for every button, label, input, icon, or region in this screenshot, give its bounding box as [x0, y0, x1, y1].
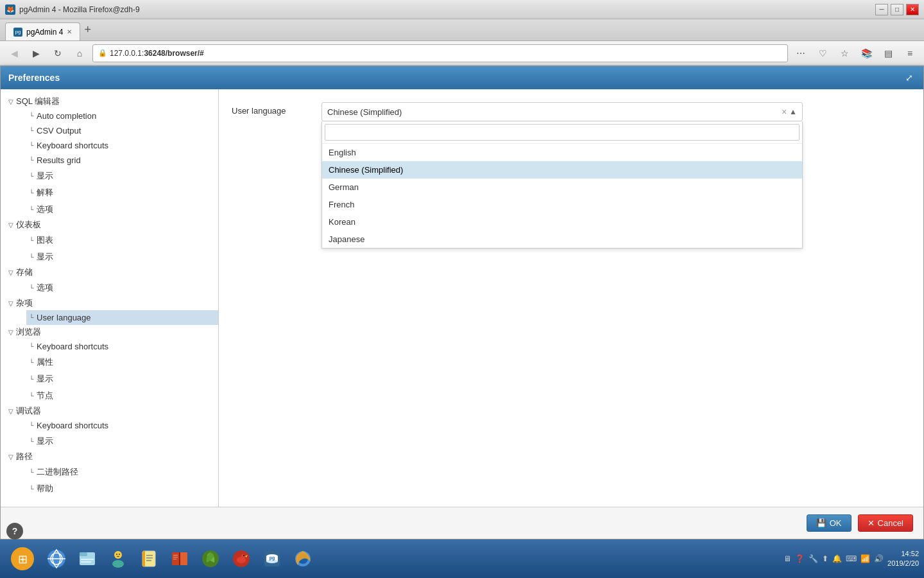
address-bar[interactable]: 🔒 127.0.0.1:36248/browser/# [92, 44, 788, 62]
spacer2: └ [26, 126, 37, 136]
display-dashboard-label: 显示 [37, 250, 53, 264]
tree-item-user-language[interactable]: └ User language [26, 310, 218, 325]
tree-item-display-sql[interactable]: └ 显示 [26, 168, 218, 184]
results-grid-label: Results grid [37, 154, 81, 166]
cancel-icon: ✕ [868, 518, 875, 528]
tab-pgadmin-icon: pg [13, 28, 22, 37]
tray-icon-5: 🔔 [832, 554, 842, 563]
tree-section-debugger: ▽ 调试器 └ Keyboard shortcuts └ 显示 [1, 404, 218, 450]
new-tab-button[interactable]: + [80, 23, 95, 37]
tree-item-explain[interactable]: └ 解释 [26, 184, 218, 201]
tree-item-display-dashboard[interactable]: └ 显示 [26, 249, 218, 265]
reload-button[interactable]: ↻ [49, 44, 67, 62]
svg-rect-20 [179, 552, 180, 565]
tree-item-storage[interactable]: ▽ 存储 [6, 265, 218, 279]
language-select-display[interactable]: Chinese (Simplified) × ▲ [321, 102, 803, 121]
tree-item-keyboard-shortcuts-browser[interactable]: └ Keyboard shortcuts [26, 339, 218, 354]
tray-icon-4: ⬆ [822, 554, 828, 563]
dialog-close-button[interactable]: ⤢ [903, 71, 916, 84]
tree-section-path: ▽ 路径 └ 二进制路径 └ 帮助 [1, 450, 218, 497]
taskbar-notebook-icon[interactable] [135, 545, 163, 573]
taskbar-bird-icon[interactable] [227, 545, 255, 573]
sidebar-button[interactable]: ▤ [879, 44, 897, 62]
display-browser-label: 显示 [37, 372, 53, 386]
tree-item-dashboard[interactable]: ▽ 仪表板 [6, 218, 218, 232]
tree-item-debugger[interactable]: ▽ 调试器 [6, 404, 218, 418]
taskbar-browser-icon[interactable] [42, 545, 71, 573]
tree-item-options-sql[interactable]: └ 选项 [26, 201, 218, 218]
option-japanese[interactable]: Japanese [322, 231, 802, 248]
taskbar-database-icon[interactable]: pg [258, 545, 286, 573]
tree-item-charts[interactable]: └ 图表 [26, 232, 218, 249]
spacer12: └ [26, 342, 37, 352]
close-window-button[interactable]: ✕ [906, 4, 919, 15]
address-host: 127.0.0.1: [110, 49, 144, 58]
taskbar-files-icon[interactable] [73, 545, 101, 573]
home-button[interactable]: ⌂ [71, 44, 89, 62]
cancel-button[interactable]: ✕ Cancel [858, 514, 913, 532]
forward-button[interactable]: ▶ [27, 44, 45, 62]
taskbar-character-icon[interactable] [104, 545, 132, 573]
spacer8: └ [26, 235, 37, 245]
tree-item-sql-editor[interactable]: ▽ SQL 编辑器 [6, 94, 218, 109]
select-clear-button[interactable]: × [782, 107, 787, 117]
tree-item-auto-completion[interactable]: └ Auto completion [26, 109, 218, 123]
toggle-path: ▽ [6, 451, 16, 462]
tree-item-help[interactable]: └ 帮助 [26, 480, 218, 497]
tray-icon-1: 🖥 [783, 554, 791, 563]
tab-close-button[interactable]: ✕ [67, 28, 72, 35]
tree-item-display-browser[interactable]: └ 显示 [26, 371, 218, 387]
tree-item-misc[interactable]: ▽ 杂项 [6, 296, 218, 310]
tree-item-csv-output[interactable]: └ CSV Output [26, 123, 218, 138]
option-french[interactable]: French [322, 196, 802, 213]
taskbar-leaf-icon[interactable] [196, 545, 225, 573]
option-english[interactable]: English [322, 144, 802, 161]
svg-rect-19 [180, 552, 187, 565]
user-language-field-row: User language Chinese (Simplified) × ▲ [232, 102, 911, 121]
maximize-button[interactable]: □ [891, 4, 903, 15]
option-korean[interactable]: Korean [322, 213, 802, 231]
tree-item-properties[interactable]: └ 属性 [26, 354, 218, 371]
spacer: └ [26, 111, 37, 121]
spacer9: └ [26, 252, 37, 262]
taskbar-firefox-icon[interactable] [289, 545, 317, 573]
tree-item-browser-section[interactable]: ▽ 浏览器 [6, 325, 218, 339]
properties-label: 属性 [37, 355, 53, 369]
ok-button[interactable]: 💾 OK [807, 514, 851, 532]
more-button[interactable]: ⋯ [792, 44, 810, 62]
keyboard-shortcuts-debugger-label: Keyboard shortcuts [37, 419, 108, 432]
option-german[interactable]: German [322, 179, 802, 196]
tree-item-options-storage[interactable]: └ 选项 [26, 279, 218, 296]
option-chinese-simplified[interactable]: Chinese (Simplified) [322, 161, 802, 179]
taskbar-book-icon[interactable] [166, 545, 194, 573]
tree-item-path[interactable]: ▽ 路径 [6, 450, 218, 464]
back-button[interactable]: ◀ [5, 44, 23, 62]
lock-icon: 🔒 [98, 49, 107, 57]
library-button[interactable]: 📚 [857, 44, 875, 62]
minimize-button[interactable]: ─ [875, 4, 888, 15]
tree-item-keyboard-shortcuts-debugger[interactable]: └ Keyboard shortcuts [26, 418, 218, 433]
tree-item-display-debugger[interactable]: └ 显示 [26, 433, 218, 450]
help-button[interactable]: ? [6, 523, 23, 539]
tree-item-nodes[interactable]: └ 节点 [26, 387, 218, 404]
tray-date-value: 2019/2/20 [887, 559, 919, 568]
pocket-button[interactable]: ♡ [814, 44, 832, 62]
tree-item-binary-path[interactable]: └ 二进制路径 [26, 464, 218, 480]
tab-label: pgAdmin 4 [26, 28, 63, 37]
tray-icon-volume: 🔊 [874, 554, 884, 563]
language-dropdown-panel: English Chinese (Simplified) German Fren… [321, 121, 803, 249]
start-button[interactable]: ⊞ [5, 545, 40, 573]
bookmark-button[interactable]: ☆ [835, 44, 853, 62]
dropdown-search-input[interactable] [325, 124, 800, 141]
menu-button[interactable]: ≡ [901, 44, 919, 62]
taskbar-tray: 🖥 ❓ 🔧 ⬆ 🔔 ⌨ 📶 🔊 14:52 2019/2/20 [783, 549, 919, 569]
dashboard-children: └ 图表 └ 显示 [6, 232, 218, 265]
active-tab[interactable]: pg pgAdmin 4 ✕ [5, 22, 80, 40]
explain-label: 解释 [37, 186, 53, 200]
tree-item-results-grid[interactable]: └ Results grid [26, 153, 218, 168]
tree-item-keyboard-shortcuts-sql[interactable]: └ Keyboard shortcuts [26, 138, 218, 153]
csv-output-label: CSV Output [37, 125, 81, 137]
cancel-label: Cancel [878, 518, 903, 528]
keyboard-shortcuts-sql-label: Keyboard shortcuts [37, 139, 108, 152]
browser-section-label: 浏览器 [16, 326, 41, 338]
